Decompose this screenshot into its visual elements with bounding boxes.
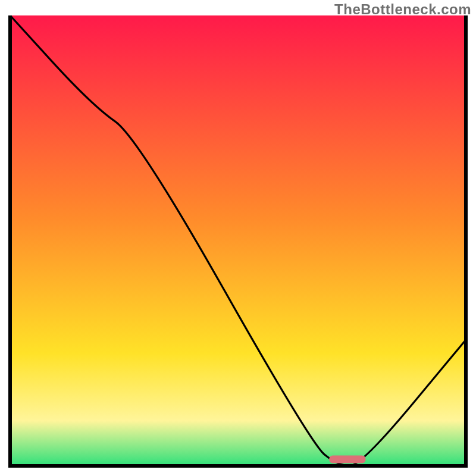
chart-gradient-bg bbox=[10, 15, 466, 466]
chart-stage: TheBottleneck.com bbox=[0, 0, 476, 476]
bottleneck-chart bbox=[0, 15, 476, 476]
optimum-marker bbox=[329, 456, 365, 464]
